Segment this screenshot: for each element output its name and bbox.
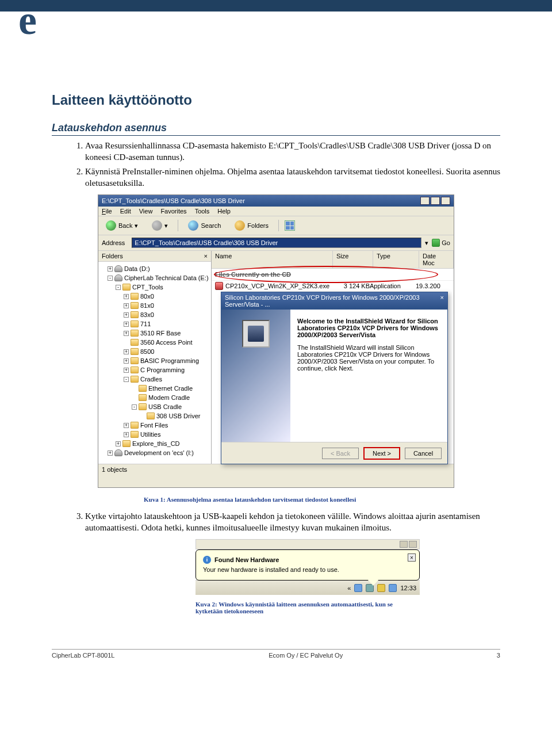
explorer-title: E:\CPT_Tools\Cradles\USB Cradle\308 USB … (102, 197, 245, 204)
expand-box-icon[interactable]: + (124, 331, 129, 336)
tree-node[interactable]: -Cradles (99, 375, 210, 384)
folder-icon (131, 376, 139, 383)
file-name: CP210x_VCP_Win2K_XP_S2K3.exe (225, 282, 329, 289)
expand-box-icon[interactable]: + (124, 312, 129, 318)
close-icon[interactable] (441, 197, 450, 205)
wizard-cancel-button[interactable]: Cancel (405, 448, 442, 459)
search-button[interactable]: Search (184, 219, 225, 232)
expand-box-icon[interactable]: + (124, 322, 129, 327)
file-row[interactable]: CP210x_VCP_Win2K_XP_S2K3.exe 3 124 KB Ap… (212, 281, 454, 291)
close-pane-icon[interactable]: × (204, 253, 208, 259)
tray-expand-icon[interactable]: « (347, 585, 351, 591)
wizard-close-icon[interactable]: × (440, 294, 444, 308)
col-date[interactable]: Date Moc (419, 251, 454, 268)
folders-icon (235, 220, 245, 231)
tree-node[interactable]: +Utilities (99, 430, 210, 439)
menu-help[interactable]: Help (217, 208, 231, 215)
expand-box-icon[interactable]: + (108, 266, 113, 272)
minimize-icon[interactable] (420, 197, 430, 205)
tree-node[interactable]: +81x0 (99, 301, 210, 310)
menu-tools[interactable]: Tools (195, 208, 210, 215)
menu-edit[interactable]: Edit (120, 208, 131, 215)
steps-list-cont: Kytke virtajohto latauskehtoon ja USB-ka… (52, 511, 500, 533)
menu-view[interactable]: View (139, 208, 153, 215)
menu-bar: File Edit View Favorites Tools Help (98, 207, 454, 216)
tree-node[interactable]: +Data (D:) (99, 264, 210, 273)
expand-box-icon[interactable]: + (124, 423, 129, 428)
menu-favorites[interactable]: Favorites (160, 208, 186, 215)
folder-icon (122, 284, 131, 291)
screenshot-explorer: E:\CPT_Tools\Cradles\USB Cradle\308 USB … (98, 194, 454, 488)
expand-box-icon[interactable]: - (132, 404, 137, 410)
tree-node[interactable]: +Explore_this_CD (99, 439, 210, 448)
folder-icon (139, 385, 147, 392)
tray-icon[interactable] (354, 584, 362, 592)
expand-box-icon[interactable]: + (124, 368, 129, 373)
expand-box-icon[interactable]: - (124, 377, 129, 382)
expand-box-icon[interactable]: + (124, 349, 129, 354)
go-button[interactable]: Go (432, 239, 450, 247)
tree-node[interactable]: 308 USB Driver (99, 411, 210, 421)
tree-node[interactable]: +711 (99, 319, 210, 329)
expand-box-icon[interactable] (140, 414, 145, 419)
tree-node[interactable]: Ethernet Cradle (99, 384, 210, 393)
wizard-side-graphic (221, 310, 290, 442)
step-3: Kytke virtajohto latauskehtoon ja USB-ka… (85, 511, 500, 533)
expand-box-icon[interactable]: + (124, 432, 129, 437)
col-name[interactable]: Name (212, 251, 333, 268)
expand-box-icon[interactable]: + (124, 303, 129, 308)
expand-box-icon[interactable] (132, 395, 137, 400)
tree-node[interactable]: +Font Files (99, 421, 210, 430)
scrollbar-arrow-icon[interactable] (409, 541, 417, 548)
expand-box-icon[interactable]: + (108, 450, 113, 456)
tree-label: USB Cradle (148, 402, 182, 411)
dropdown-arrow-icon[interactable]: ▾ (425, 239, 428, 247)
wizard-next-button[interactable]: Next > (363, 447, 400, 460)
tree-node[interactable]: 3560 Access Point (99, 338, 210, 347)
expand-box-icon[interactable] (132, 386, 137, 391)
tree-node[interactable]: +83x0 (99, 310, 210, 319)
forward-button[interactable]: ▾ (148, 219, 172, 232)
expand-box-icon[interactable]: - (116, 285, 121, 290)
tree-label: 83x0 (140, 310, 154, 319)
exe-icon (215, 282, 223, 290)
col-type[interactable]: Type (373, 251, 419, 268)
tree-node[interactable]: +C Programming (99, 365, 210, 375)
system-tray: « 12:33 (195, 580, 420, 595)
tree-node[interactable]: +8500 (99, 347, 210, 356)
file-size: 3 124 KB (329, 282, 370, 289)
tree-node[interactable]: -CPT_Tools (99, 282, 210, 292)
tree-label: 81x0 (140, 301, 154, 310)
status-bar: 1 objects (98, 464, 454, 475)
expand-box-icon[interactable]: + (124, 358, 129, 364)
footer-page-number: 3 (497, 652, 500, 659)
step-2: Käynnistä PreInstaller-niminen ohjelma. … (85, 166, 500, 189)
address-input[interactable] (132, 238, 421, 248)
folder-icon (147, 413, 155, 419)
tree-node[interactable]: +3510 RF Base (99, 329, 210, 338)
back-button[interactable]: Back ▾ (102, 219, 142, 232)
tree-node[interactable]: -CipherLab Technical Data (E:) (99, 273, 210, 282)
menu-file[interactable]: File (102, 208, 112, 215)
expand-box-icon[interactable]: + (116, 441, 121, 446)
expand-box-icon[interactable] (124, 340, 129, 345)
balloon-close-icon[interactable]: × (408, 553, 416, 562)
tree-node[interactable]: +Development on 'ecs' (I:) (99, 448, 210, 457)
tree-node[interactable]: +80x0 (99, 292, 210, 301)
folder-icon (131, 422, 139, 429)
tree-node[interactable]: +BASIC Programming (99, 356, 210, 365)
expand-box-icon[interactable]: + (124, 294, 129, 299)
folder-icon (131, 366, 139, 373)
tree-node[interactable]: -USB Cradle (99, 402, 210, 411)
expand-box-icon[interactable]: - (108, 276, 113, 281)
folder-icon (139, 403, 147, 410)
steps-list: Avaa Resurssienhallinnassa CD-asemasta h… (52, 140, 500, 189)
folders-button[interactable]: Folders (231, 219, 273, 232)
maximize-icon[interactable] (431, 197, 440, 205)
tree-node[interactable]: Modem Cradle (99, 393, 210, 402)
col-size[interactable]: Size (333, 251, 373, 268)
view-mode-button[interactable] (285, 220, 295, 231)
scrollbar-arrow-icon[interactable] (400, 541, 408, 548)
tray-icon[interactable] (389, 584, 397, 592)
file-date: 19.3.200 (416, 282, 450, 289)
